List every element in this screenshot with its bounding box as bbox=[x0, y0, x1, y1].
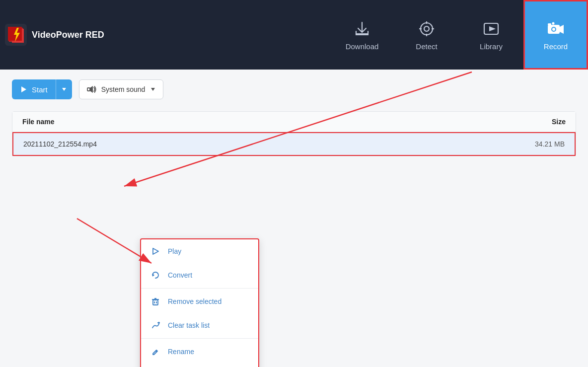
svg-point-7 bbox=[424, 26, 429, 31]
nav-label-detect: Detect bbox=[416, 42, 437, 51]
svg-marker-27 bbox=[152, 274, 154, 277]
ctx-divider-2 bbox=[141, 338, 258, 339]
ctx-item-play[interactable]: Play bbox=[141, 239, 258, 263]
row-size: 34.21 MB bbox=[485, 140, 565, 148]
table-header: File name Size bbox=[12, 112, 576, 132]
ctx-remove-icon bbox=[150, 296, 161, 307]
nav-item-detect[interactable]: Detect bbox=[394, 0, 459, 70]
svg-rect-23 bbox=[87, 88, 90, 91]
col-filename-header: File name bbox=[22, 118, 486, 126]
svg-marker-22 bbox=[62, 88, 66, 91]
top-controls: Start System sound bbox=[12, 79, 576, 99]
svg-rect-28 bbox=[153, 300, 158, 305]
sound-icon bbox=[86, 84, 96, 94]
nav-items: Download Detect bbox=[330, 0, 588, 70]
nav-item-library[interactable]: Library bbox=[459, 0, 523, 70]
table-row[interactable]: 20211102_212554.mp4 34.21 MB bbox=[12, 132, 576, 156]
row-filename: 20211102_212554.mp4 bbox=[23, 140, 485, 148]
chevron-down-icon bbox=[61, 86, 67, 92]
svg-marker-26 bbox=[153, 248, 158, 254]
play-icon bbox=[20, 85, 28, 93]
svg-point-19 bbox=[549, 23, 551, 25]
nav-label-download: Download bbox=[346, 42, 379, 51]
library-icon bbox=[482, 19, 501, 38]
svg-marker-18 bbox=[560, 25, 564, 34]
svg-marker-21 bbox=[21, 86, 26, 92]
detect-icon bbox=[417, 19, 436, 38]
ctx-item-clear[interactable]: Clear task list bbox=[141, 313, 258, 337]
ctx-item-remove[interactable]: Remove selected bbox=[141, 290, 258, 313]
ctx-play-label: Play bbox=[168, 247, 181, 255]
ctx-rename-label: Rename bbox=[168, 348, 194, 356]
nav-item-download[interactable]: Download bbox=[330, 0, 394, 70]
ctx-item-open-folder[interactable]: Open Folder bbox=[141, 364, 258, 367]
ctx-play-icon bbox=[150, 246, 161, 257]
context-menu: Play Convert bbox=[140, 238, 259, 367]
svg-marker-13 bbox=[489, 26, 496, 31]
svg-point-6 bbox=[421, 23, 433, 35]
nav-item-record[interactable]: Record bbox=[523, 0, 588, 70]
main-content: Start System sound bbox=[0, 70, 588, 367]
ctx-item-convert[interactable]: Convert bbox=[141, 263, 258, 287]
ctx-item-rename[interactable]: Rename bbox=[141, 340, 258, 364]
ctx-rename-icon bbox=[150, 346, 161, 357]
navbar: VideoPower RED Download bbox=[0, 0, 588, 70]
record-icon bbox=[546, 19, 565, 38]
svg-marker-24 bbox=[90, 86, 93, 93]
ctx-clear-icon bbox=[150, 320, 161, 331]
svg-marker-25 bbox=[151, 88, 155, 91]
ctx-divider-1 bbox=[141, 288, 258, 289]
svg-point-20 bbox=[552, 22, 555, 24]
sound-chevron-icon bbox=[150, 86, 156, 92]
ctx-clear-label: Clear task list bbox=[168, 321, 210, 329]
nav-label-library: Library bbox=[480, 42, 503, 51]
start-label: Start bbox=[32, 85, 48, 94]
start-button[interactable]: Start bbox=[12, 79, 72, 99]
download-icon bbox=[353, 19, 371, 38]
svg-point-16 bbox=[552, 28, 555, 31]
ctx-convert-icon bbox=[150, 270, 161, 281]
app-logo-icon bbox=[5, 24, 27, 46]
sound-label: System sound bbox=[101, 85, 146, 93]
file-table: File name Size 20211102_212554.mp4 34.21… bbox=[12, 111, 576, 156]
sound-button[interactable]: System sound bbox=[79, 79, 164, 99]
nav-label-record: Record bbox=[544, 42, 568, 51]
app-title: VideoPower RED bbox=[32, 30, 104, 40]
logo-area: VideoPower RED bbox=[5, 24, 104, 46]
ctx-convert-label: Convert bbox=[168, 271, 192, 279]
ctx-remove-label: Remove selected bbox=[168, 297, 221, 305]
col-size-header: Size bbox=[486, 118, 566, 126]
svg-line-35 bbox=[156, 351, 157, 352]
